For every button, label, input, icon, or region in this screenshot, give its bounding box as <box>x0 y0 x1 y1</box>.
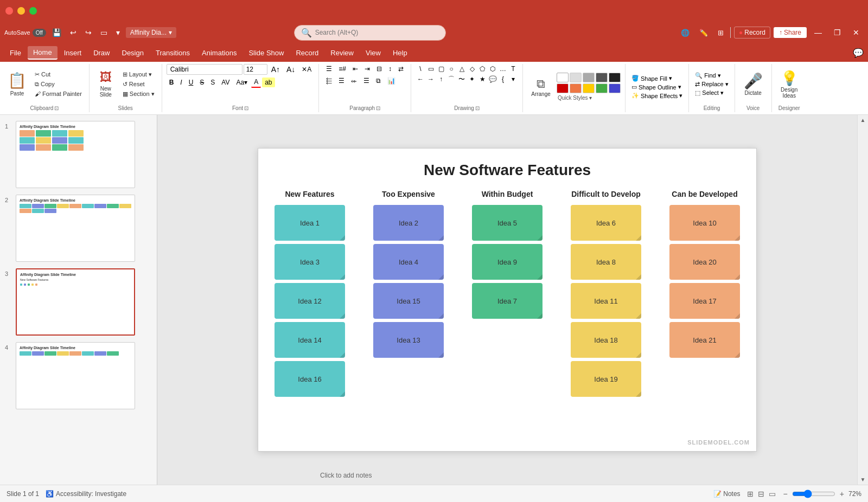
shape-more[interactable]: … <box>498 64 508 74</box>
autosave-toggle[interactable]: Off <box>33 29 46 37</box>
slide-sorter-button[interactable]: ⊟ <box>757 488 765 499</box>
idea-card-1-0[interactable]: Idea 2 <box>373 205 444 241</box>
bullets-button[interactable]: ☰ <box>323 64 335 74</box>
menu-insert[interactable]: Insert <box>59 47 87 59</box>
line-spacing-button[interactable]: ↕ <box>386 64 394 74</box>
new-slide-button[interactable]: 🖼 NewSlide <box>94 66 118 102</box>
qs-swatch-7[interactable] <box>570 83 582 93</box>
shape-triangle[interactable]: △ <box>457 64 467 74</box>
accessibility-button[interactable]: ♿ Accessibility: Investigate <box>46 490 126 498</box>
normal-view-button[interactable]: ⊞ <box>746 488 755 499</box>
text-direction-button[interactable]: ⇄ <box>395 64 406 74</box>
reading-view-button[interactable]: ▭ <box>768 488 777 499</box>
menu-slideshow[interactable]: Slide Show <box>243 47 289 59</box>
qs-swatch-4[interactable] <box>596 73 608 82</box>
expand-icon[interactable]: ⊡ <box>475 105 480 111</box>
shape-textbox[interactable]: T <box>508 64 518 74</box>
reset-button[interactable]: ↺ Reset <box>120 80 157 89</box>
align-left-button[interactable]: ⬱ <box>323 76 335 86</box>
expand-icon[interactable]: ⊡ <box>244 105 248 111</box>
menu-animations[interactable]: Animations <box>196 47 242 59</box>
idea-card-3-4[interactable]: Idea 19 <box>571 361 641 397</box>
idea-card-3-3[interactable]: Idea 18 <box>571 322 641 358</box>
idea-card-3-2[interactable]: Idea 11 <box>571 283 641 319</box>
design-ideas-button[interactable]: 💡 DesignIdeas <box>776 66 802 102</box>
comment-button[interactable]: 💬 <box>853 48 864 58</box>
slide-thumbnail-4[interactable]: Affinity Diagram Slide Timeline <box>16 342 135 409</box>
search-box[interactable]: 🔍 <box>294 25 446 41</box>
replace-row[interactable]: ⇄ Replace ▾ <box>693 80 730 88</box>
numbering-button[interactable]: ≡# <box>336 64 349 74</box>
arrange-button[interactable]: ⧉ Arrange <box>527 69 554 106</box>
idea-card-2-2[interactable]: Idea 7 <box>472 283 542 319</box>
file-title[interactable]: Affinity Dia... ▾ <box>126 27 176 38</box>
idea-card-4-3[interactable]: Idea 21 <box>669 322 740 358</box>
expand-icon[interactable]: ⊡ <box>54 105 59 111</box>
slide-thumb-4[interactable]: 4 Affinity Diagram Slide Timeline <box>3 340 154 411</box>
clear-format-button[interactable]: ✕A <box>299 65 314 74</box>
layout-button[interactable]: ⊞ <box>714 27 727 38</box>
shape-circle[interactable]: ○ <box>446 64 456 74</box>
shape-effects-row[interactable]: ✨ Shape Effects ▾ <box>630 92 684 100</box>
qs-swatch-2[interactable] <box>570 73 582 82</box>
win-close-button[interactable]: ✕ <box>848 27 864 38</box>
format-painter-button[interactable]: 🖌 Format Painter <box>32 89 85 98</box>
decrease-indent-button[interactable]: ⇤ <box>350 64 361 74</box>
idea-card-2-0[interactable]: Idea 5 <box>472 205 542 241</box>
shape-star5[interactable]: ★ <box>477 74 487 84</box>
present-button[interactable]: ▭ <box>98 27 110 38</box>
shape-arrow-right[interactable]: → <box>426 74 436 84</box>
shape-wave[interactable]: 〜 <box>457 74 467 84</box>
qs-swatch-3[interactable] <box>583 73 595 82</box>
idea-card-0-0[interactable]: Idea 1 <box>275 205 345 241</box>
win-minimize-button[interactable]: — <box>810 27 826 38</box>
shape-fill-row[interactable]: 🪣 Shape Fill ▾ <box>630 74 684 82</box>
bold-button[interactable]: B <box>167 78 177 87</box>
find-row[interactable]: 🔍 Find ▾ <box>693 72 730 80</box>
customize-button[interactable]: ▾ <box>113 27 123 38</box>
scroll-up-button[interactable]: ▲ <box>860 117 866 123</box>
share-button[interactable]: ↑ Share <box>774 27 807 38</box>
click-to-add-notes[interactable]: Click to add notes <box>320 472 372 479</box>
globe-button[interactable]: 🌐 <box>678 27 693 38</box>
idea-card-0-2[interactable]: Idea 12 <box>275 283 345 319</box>
cut-button[interactable]: ✂ Cut <box>32 70 85 79</box>
select-row[interactable]: ⬚ Select ▾ <box>693 89 730 97</box>
zoom-in-button[interactable]: + <box>839 488 845 499</box>
strikethrough-button[interactable]: S <box>197 78 207 87</box>
pen-button[interactable]: ✏️ <box>696 27 711 38</box>
expand-icon[interactable]: ⊡ <box>376 105 380 111</box>
idea-card-1-1[interactable]: Idea 4 <box>373 244 444 280</box>
menu-view[interactable]: View <box>360 47 386 59</box>
qs-swatch-1[interactable] <box>557 73 569 82</box>
shape-callout[interactable]: 💬 <box>488 74 497 84</box>
zoom-out-button[interactable]: − <box>782 488 789 499</box>
section-button[interactable]: ▦ Section ▾ <box>120 89 157 99</box>
shape-pentagon[interactable]: ⬠ <box>477 64 487 74</box>
slide-thumbnail-3[interactable]: Affinity Diagram Slide Timeline New Soft… <box>16 268 135 336</box>
slide-thumb-1[interactable]: 1 Affinity Diagram Slide Timeline <box>3 119 154 190</box>
smart-art-button[interactable]: ⧉ <box>373 76 384 86</box>
idea-card-4-2[interactable]: Idea 17 <box>669 283 740 319</box>
menu-home[interactable]: Home <box>28 46 58 60</box>
qs-swatch-10[interactable] <box>609 83 621 93</box>
font-size-decrease[interactable]: A↓ <box>284 64 298 75</box>
close-button[interactable] <box>5 7 13 15</box>
menu-transitions[interactable]: Transitions <box>150 47 195 59</box>
idea-card-2-1[interactable]: Idea 9 <box>472 244 542 280</box>
qs-swatch-9[interactable] <box>596 83 608 93</box>
maximize-button[interactable] <box>29 7 37 15</box>
align-right-button[interactable]: ⬰ <box>348 76 360 86</box>
shape-line[interactable]: \ <box>416 64 425 74</box>
justify-button[interactable]: ☰ <box>361 76 372 86</box>
underline-button[interactable]: U <box>186 78 196 87</box>
idea-card-1-3[interactable]: Idea 13 <box>373 322 444 358</box>
shape-arrow-up[interactable]: ↑ <box>436 74 446 84</box>
shape-outline-row[interactable]: ▭ Shape Outline ▾ <box>630 83 684 91</box>
win-maximize-button[interactable]: ❐ <box>829 27 845 38</box>
shape-star4[interactable]: ✦ <box>467 74 477 84</box>
shadow-button[interactable]: S <box>208 78 218 87</box>
idea-card-3-0[interactable]: Idea 6 <box>571 205 641 241</box>
slide-thumbnail-1[interactable]: Affinity Diagram Slide Timeline <box>16 121 135 188</box>
slide-canvas[interactable]: New Software Features New FeaturesIdea 1… <box>258 148 757 452</box>
